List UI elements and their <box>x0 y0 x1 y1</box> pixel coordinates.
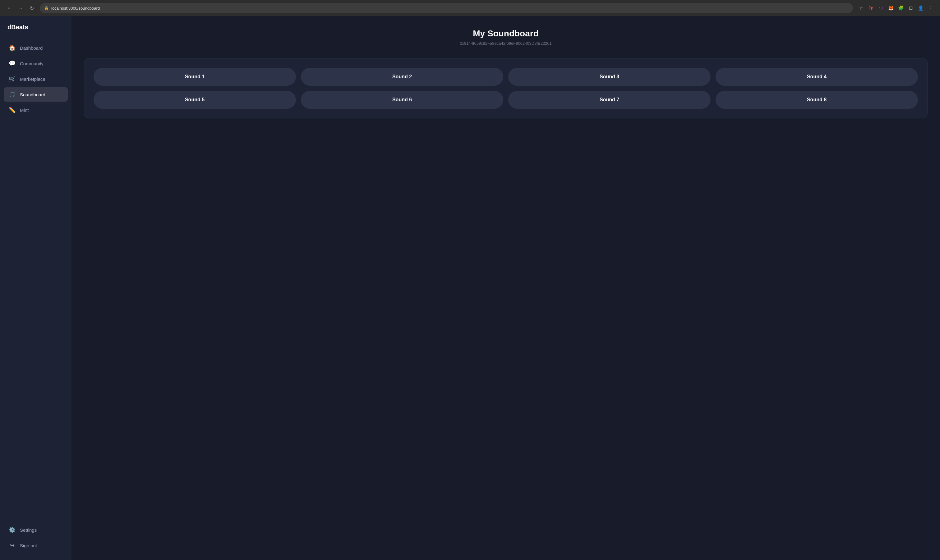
split-view-button[interactable]: ⊡ <box>906 4 915 12</box>
sidebar-item-dashboard[interactable]: 🏠 Dashboard <box>4 41 68 55</box>
mint-icon: ✏️ <box>9 106 15 114</box>
sidebar: dBeats 🏠 Dashboard 💬 Community 🛒 Marketp… <box>0 16 71 560</box>
extension-fox[interactable]: 🦊 <box>886 4 895 12</box>
soundboard-container: Sound 1Sound 2Sound 3Sound 4Sound 5Sound… <box>84 58 928 118</box>
profile-button[interactable]: 👤 <box>916 4 925 12</box>
sidebar-label-signout: Sign out <box>20 543 37 548</box>
app-container: dBeats 🏠 Dashboard 💬 Community 🛒 Marketp… <box>0 16 940 560</box>
music-icon: 🎵 <box>9 91 15 98</box>
page-title: My Soundboard <box>84 29 928 38</box>
address-bar[interactable]: 🔒 localhost:3000/soundboard <box>40 3 853 13</box>
menu-button[interactable]: ⋮ <box>926 4 935 12</box>
reload-button[interactable]: ↻ <box>27 4 36 12</box>
sound-button-3[interactable]: Sound 3 <box>508 68 711 86</box>
page-header: My Soundboard 0x9144f659c82Fa8eca42f09eF… <box>84 29 928 46</box>
wallet-address: 0x9144f659c82Fa8eca42f09eF8062403D8fB222… <box>84 41 928 46</box>
sidebar-bottom: ⚙️ Settings ↪ Sign out <box>0 523 71 552</box>
community-icon: 💬 <box>9 60 15 67</box>
sidebar-label-marketplace: Marketplace <box>20 77 45 82</box>
home-icon: 🏠 <box>9 45 15 51</box>
lock-icon: 🔒 <box>44 6 49 10</box>
signout-icon: ↪ <box>9 542 15 549</box>
sidebar-label-settings: Settings <box>20 528 37 533</box>
sidebar-item-signout[interactable]: ↪ Sign out <box>4 538 68 552</box>
sound-button-2[interactable]: Sound 2 <box>301 68 503 86</box>
sound-button-7[interactable]: Sound 7 <box>508 91 711 109</box>
sidebar-item-soundboard[interactable]: 🎵 Soundboard <box>4 87 68 102</box>
sidebar-item-mint[interactable]: ✏️ Mint <box>4 103 68 117</box>
browser-chrome: ← → ↻ 🔒 localhost:3000/soundboard ☆ Tp 🛡… <box>0 0 940 16</box>
sound-button-1[interactable]: Sound 1 <box>94 68 296 86</box>
browser-nav-buttons: ← → ↻ <box>5 4 36 12</box>
browser-actions: ☆ Tp 🛡 🦊 🧩 ⊡ 👤 ⋮ <box>857 4 935 12</box>
sound-button-5[interactable]: Sound 5 <box>94 91 296 109</box>
sidebar-item-marketplace[interactable]: 🛒 Marketplace <box>4 72 68 86</box>
sidebar-label-community: Community <box>20 61 43 66</box>
sound-button-6[interactable]: Sound 6 <box>301 91 503 109</box>
bookmark-button[interactable]: ☆ <box>857 4 865 12</box>
extension-shield[interactable]: 🛡 <box>877 4 885 12</box>
app-logo: dBeats <box>0 24 71 41</box>
sidebar-nav: 🏠 Dashboard 💬 Community 🛒 Marketplace 🎵 … <box>0 41 71 523</box>
soundboard-grid: Sound 1Sound 2Sound 3Sound 4Sound 5Sound… <box>94 68 918 109</box>
extension-puzzle[interactable]: 🧩 <box>897 4 905 12</box>
sidebar-label-soundboard: Soundboard <box>20 92 45 97</box>
settings-icon: ⚙️ <box>9 526 15 533</box>
sound-button-4[interactable]: Sound 4 <box>715 68 918 86</box>
main-content: My Soundboard 0x9144f659c82Fa8eca42f09eF… <box>71 16 940 560</box>
sidebar-item-settings[interactable]: ⚙️ Settings <box>4 523 68 537</box>
back-button[interactable]: ← <box>5 4 14 12</box>
sidebar-label-mint: Mint <box>20 108 29 113</box>
sidebar-label-dashboard: Dashboard <box>20 45 43 51</box>
sound-button-8[interactable]: Sound 8 <box>715 91 918 109</box>
url-text: localhost:3000/soundboard <box>51 6 100 11</box>
sidebar-item-community[interactable]: 💬 Community <box>4 56 68 71</box>
forward-button[interactable]: → <box>16 4 25 12</box>
extension-tp[interactable]: Tp <box>867 4 875 12</box>
cart-icon: 🛒 <box>9 75 15 82</box>
